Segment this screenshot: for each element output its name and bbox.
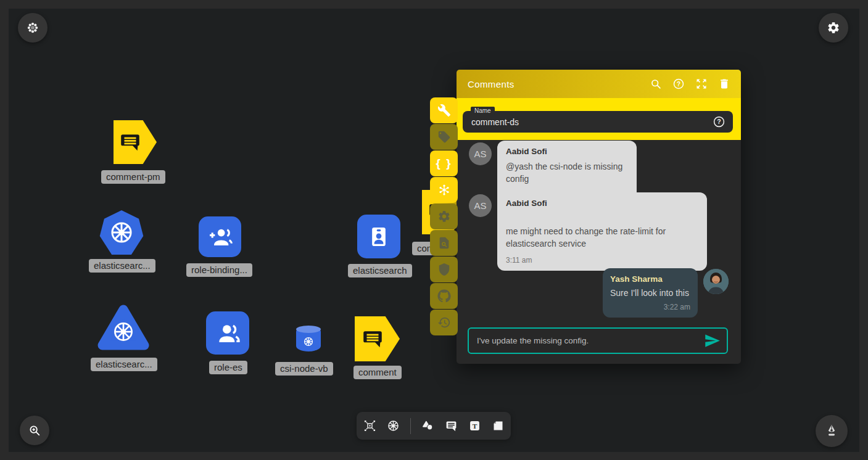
document-search-icon xyxy=(437,236,451,250)
comment-composer xyxy=(468,327,728,354)
message-author: Aabid Sofi xyxy=(506,199,698,208)
wrench-icon xyxy=(437,104,451,117)
toolbar-doc-search-button[interactable] xyxy=(430,230,458,256)
shapes-icon[interactable] xyxy=(421,419,434,432)
help-icon[interactable] xyxy=(713,115,725,128)
app-logo-button[interactable] xyxy=(18,13,48,43)
text-tool-icon[interactable] xyxy=(468,419,481,432)
comment-bubble-icon xyxy=(361,327,384,351)
id-badge-icon xyxy=(366,224,391,249)
node-label: elasticsearch xyxy=(348,264,412,277)
node-action-toolbar: { } xyxy=(430,97,458,336)
message-time: 3:11 am xyxy=(506,256,698,265)
search-icon[interactable] xyxy=(650,78,662,90)
person-add-icon xyxy=(208,224,233,249)
send-icon[interactable] xyxy=(704,332,721,349)
node-label: elasticsearc... xyxy=(91,358,157,371)
message-text: @yash the csi-node is missing config xyxy=(506,160,628,186)
gear-icon xyxy=(437,210,451,223)
node-label: role-es xyxy=(209,361,247,374)
message-text: Sure I'll look into this xyxy=(610,287,690,299)
node-label: role-binding... xyxy=(186,263,252,277)
avatar: AS xyxy=(469,142,492,165)
tag-icon xyxy=(437,130,451,144)
zoom-button[interactable] xyxy=(20,416,49,445)
message-author: Aabid Sofi xyxy=(506,147,628,156)
kubernetes-wheel-icon xyxy=(303,336,314,347)
toolbar-tag-button[interactable] xyxy=(430,124,458,150)
flowchart-icon[interactable] xyxy=(363,419,376,432)
node-role-es[interactable] xyxy=(206,311,249,355)
message-time: 3:22 am xyxy=(610,303,690,311)
gear-icon xyxy=(827,21,840,35)
node-label: elasticsearc... xyxy=(89,259,155,273)
toolbar-settings-button[interactable] xyxy=(430,203,458,229)
toolbar-shield-button[interactable] xyxy=(430,257,458,282)
toolbar-divider xyxy=(410,418,411,434)
delete-icon[interactable] xyxy=(718,78,730,90)
comments-panel-header: Comments xyxy=(457,70,741,98)
node-csi-node-vb[interactable] xyxy=(296,326,321,351)
comment-bubble-icon xyxy=(118,131,142,154)
node-role-binding[interactable] xyxy=(199,216,241,257)
node-elasticsearch-triangle[interactable] xyxy=(97,303,150,351)
help-icon[interactable] xyxy=(672,78,685,90)
message-bubble: Aabid Sofi me might need to change the r… xyxy=(497,192,707,271)
comments-panel: Comments Name AS Aabid Sofi @yash the cs… xyxy=(457,70,741,364)
note-tool-icon[interactable] xyxy=(492,419,505,432)
hub-icon xyxy=(437,183,451,197)
braces-icon: { } xyxy=(436,157,452,170)
toolbar-history-button[interactable] xyxy=(430,310,458,335)
pen-nib-icon xyxy=(824,423,840,439)
node-comment[interactable] xyxy=(355,316,400,361)
comment-input[interactable] xyxy=(469,336,704,345)
people-icon xyxy=(215,321,240,345)
settings-button[interactable] xyxy=(819,13,848,43)
node-label: csi-node-vb xyxy=(275,362,333,376)
message-text: me might need to change the rate-limit f… xyxy=(506,225,698,250)
shield-icon xyxy=(437,263,451,276)
user-photo xyxy=(703,269,729,294)
panel-title: Comments xyxy=(457,79,650,89)
history-icon xyxy=(437,316,451,329)
zoom-in-icon xyxy=(28,424,41,437)
toolbar-wrench-button[interactable] xyxy=(430,97,458,123)
name-field-label: Name xyxy=(471,107,495,115)
kubernetes-icon[interactable] xyxy=(387,419,400,432)
node-label: comment-pm xyxy=(101,170,165,184)
toolbar-github-button[interactable] xyxy=(430,283,458,309)
avatar: AS xyxy=(469,194,492,217)
node-comment-pm[interactable] xyxy=(114,120,157,164)
toolbar-braces-button[interactable]: { } xyxy=(430,150,458,176)
message-author: Yash Sharma xyxy=(610,274,690,284)
name-field-wrapper: Name xyxy=(463,111,733,133)
github-icon xyxy=(437,289,451,303)
node-label: comment xyxy=(353,366,402,379)
avatar xyxy=(703,269,729,294)
message-bubble: Yash Sharma Sure I'll look into this 3:2… xyxy=(603,268,698,318)
kubernetes-wheel-icon xyxy=(112,320,135,343)
chat-message: Yash Sharma Sure I'll look into this 3:2… xyxy=(469,268,729,318)
name-section: Name xyxy=(457,98,741,140)
kubernetes-wheel-icon xyxy=(109,220,134,245)
pen-tool-button[interactable] xyxy=(816,415,848,447)
expand-icon[interactable] xyxy=(695,78,708,90)
canvas-toolbar xyxy=(357,412,511,440)
node-elasticsearch-heptagon[interactable] xyxy=(99,210,144,255)
flower-logo-icon xyxy=(26,21,39,35)
comment-tool-icon[interactable] xyxy=(445,419,458,432)
name-input[interactable] xyxy=(463,111,733,133)
node-elasticsearch-service-account[interactable] xyxy=(357,215,400,258)
toolbar-hub-button[interactable] xyxy=(430,177,458,203)
